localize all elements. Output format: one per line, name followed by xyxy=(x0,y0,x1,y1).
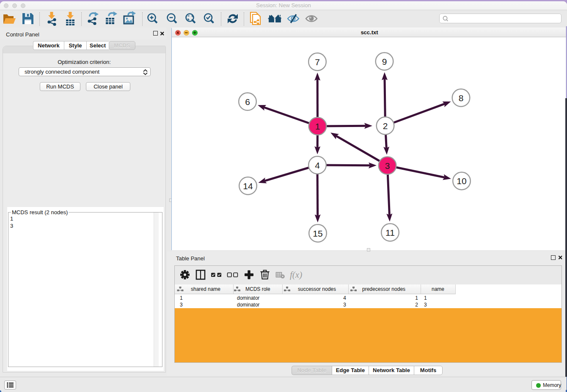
svg-text:7: 7 xyxy=(315,57,320,67)
svg-text:9: 9 xyxy=(382,57,387,66)
svg-text:3: 3 xyxy=(385,161,390,171)
svg-text:1: 1 xyxy=(315,121,320,131)
svg-text:8: 8 xyxy=(459,93,464,103)
svg-text:f(x): f(x) xyxy=(290,270,302,280)
svg-text:11: 11 xyxy=(385,228,395,237)
svg-text:15: 15 xyxy=(313,229,322,238)
svg-text:14: 14 xyxy=(243,181,253,191)
svg-text:10: 10 xyxy=(457,176,466,186)
svg-text:4: 4 xyxy=(315,160,320,170)
svg-text:6: 6 xyxy=(245,97,250,107)
svg-text:2: 2 xyxy=(383,121,388,131)
